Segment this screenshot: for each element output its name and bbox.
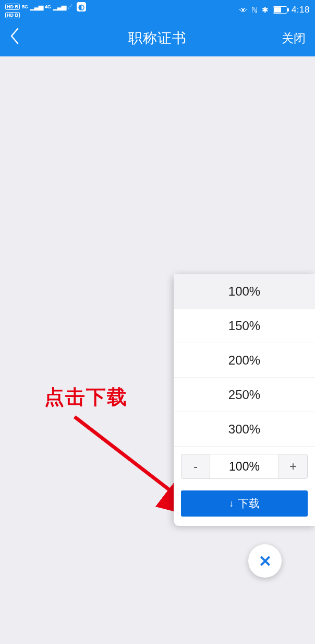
back-button[interactable] [9, 27, 41, 49]
zoom-panel: 100% 150% 200% 250% 300% - 100% + ↓ 下载 [174, 274, 315, 526]
close-icon: ✕ [259, 552, 272, 570]
zoom-stepper: - 100% + [181, 454, 308, 479]
network-label-2: 4G [45, 4, 51, 9]
app-indicator-icon: ◐ [77, 2, 86, 11]
page-title: 职称证书 [128, 29, 187, 48]
status-right: 👁 ℕ ✱ 4:18 [239, 5, 310, 15]
zoom-option-100[interactable]: 100% [174, 274, 315, 309]
chevron-left-icon [9, 27, 20, 45]
download-label: 下载 [238, 496, 260, 511]
zoom-decrease-button[interactable]: - [181, 454, 210, 479]
nfc-icon: ℕ [251, 5, 258, 15]
status-bar: HD B 5G ▁▃▅ 4G ▁▃▅ ⋰ ◐ HD B 👁 ℕ ✱ 4:18 [0, 0, 315, 20]
floating-close-button[interactable]: ✕ [248, 544, 282, 578]
signal-icon-2: ▁▃▅ [53, 3, 66, 10]
zoom-increase-button[interactable]: + [278, 454, 308, 479]
annotation-label: 点击下载 [44, 384, 128, 411]
bluetooth-icon: ✱ [262, 5, 269, 15]
wifi-icon: ⋰ [68, 4, 72, 9]
battery-icon [273, 6, 287, 14]
download-button[interactable]: ↓ 下载 [181, 490, 308, 517]
zoom-option-200[interactable]: 200% [174, 343, 315, 378]
close-button[interactable]: 关闭 [274, 30, 306, 46]
hd-badge-2: HD B [5, 12, 20, 18]
clock: 4:18 [292, 5, 310, 15]
nav-bar: 职称证书 关闭 [0, 20, 315, 56]
zoom-option-250[interactable]: 250% [174, 378, 315, 412]
status-left: HD B 5G ▁▃▅ 4G ▁▃▅ ⋰ ◐ HD B [5, 2, 86, 18]
zoom-option-300[interactable]: 300% [174, 412, 315, 447]
zoom-option-150[interactable]: 150% [174, 309, 315, 343]
zoom-value[interactable]: 100% [210, 454, 278, 479]
signal-icon-1: ▁▃▅ [30, 3, 43, 10]
hd-badge-1: HD B [5, 4, 20, 10]
network-label-1: 5G [22, 4, 28, 9]
eye-comfort-icon: 👁 [239, 6, 247, 15]
download-icon: ↓ [229, 498, 234, 509]
